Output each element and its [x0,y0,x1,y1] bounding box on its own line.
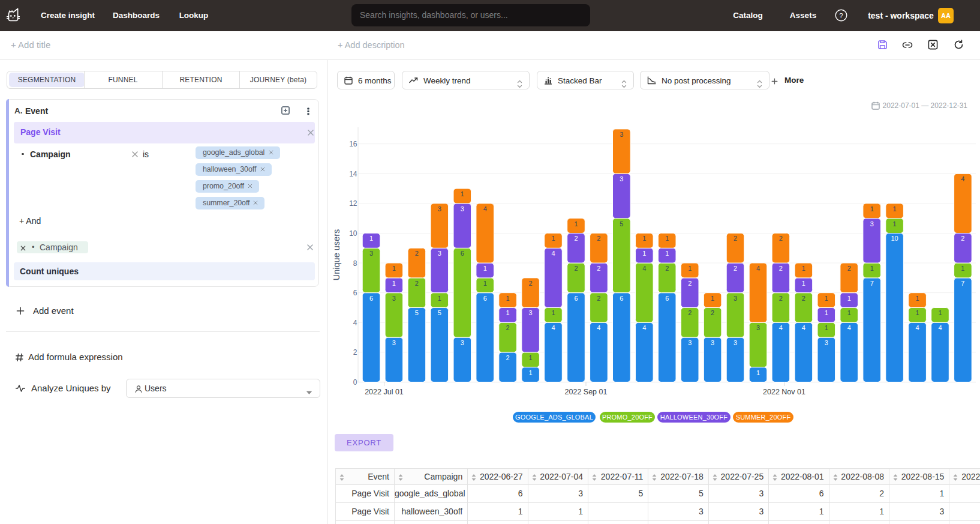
svg-text:3: 3 [461,339,464,346]
svg-text:2: 2 [961,235,964,242]
svg-text:5: 5 [438,309,441,316]
svg-text:4: 4 [756,265,760,272]
svg-text:1: 1 [825,324,828,331]
svg-text:1: 1 [392,280,396,287]
svg-text:6: 6 [665,295,669,302]
svg-text:3: 3 [461,205,464,212]
svg-text:7: 7 [870,280,874,287]
svg-text:6: 6 [620,295,623,302]
svg-text:8: 8 [353,259,357,268]
svg-text:12: 12 [349,199,357,208]
svg-text:2: 2 [574,265,578,272]
svg-text:4: 4 [847,324,851,331]
svg-text:4: 4 [483,205,487,212]
svg-text:1: 1 [461,190,464,197]
svg-text:1: 1 [938,309,942,316]
svg-text:3: 3 [392,295,396,302]
svg-text:1: 1 [847,309,851,316]
svg-text:3: 3 [438,250,441,257]
svg-text:2: 2 [779,295,783,302]
svg-text:1: 1 [756,369,760,376]
svg-text:1: 1 [802,265,805,272]
svg-text:?: ? [839,12,843,19]
svg-text:1: 1 [665,250,669,257]
svg-text:1: 1 [483,265,487,272]
svg-text:1: 1 [642,235,646,242]
svg-text:5: 5 [620,220,623,227]
svg-text:2: 2 [734,235,737,242]
svg-text:1: 1 [893,220,897,227]
svg-text:2: 2 [597,265,600,272]
svg-text:3: 3 [688,339,692,346]
svg-text:1: 1 [551,235,555,242]
svg-text:1: 1 [847,295,851,302]
svg-text:1: 1 [893,205,897,212]
svg-text:2: 2 [415,250,419,257]
svg-text:1: 1 [551,309,555,316]
svg-text:3: 3 [392,339,396,346]
svg-text:4: 4 [353,319,357,327]
svg-text:3: 3 [620,131,623,138]
svg-text:3: 3 [870,220,874,227]
svg-text:0: 0 [353,378,357,387]
svg-text:2: 2 [847,265,851,272]
svg-text:4: 4 [961,175,964,182]
svg-text:10: 10 [349,229,357,238]
svg-text:1: 1 [688,265,692,272]
svg-text:Unique users: Unique users [332,229,341,280]
svg-text:2: 2 [529,280,533,287]
svg-text:3: 3 [825,339,828,346]
svg-text:3: 3 [620,175,623,182]
svg-text:4: 4 [938,324,942,331]
svg-text:4: 4 [779,324,783,331]
svg-text:7: 7 [961,280,964,287]
svg-text:6: 6 [461,250,464,257]
svg-text:3: 3 [369,250,373,257]
svg-text:1: 1 [916,309,919,316]
svg-text:1: 1 [870,265,874,272]
svg-text:1: 1 [369,235,373,242]
svg-text:5: 5 [415,309,419,316]
svg-text:1: 1 [642,250,646,257]
svg-text:1: 1 [529,369,533,376]
svg-text:2: 2 [779,235,783,242]
svg-text:2: 2 [779,265,783,272]
svg-text:4: 4 [802,324,805,331]
svg-text:4: 4 [597,324,600,331]
svg-text:2022 Nov 01: 2022 Nov 01 [763,388,805,396]
svg-text:6: 6 [483,295,487,302]
svg-text:4: 4 [551,324,555,331]
svg-text:2: 2 [734,265,737,272]
svg-text:1: 1 [825,309,828,316]
svg-text:1: 1 [916,295,919,302]
svg-text:3: 3 [734,339,737,346]
svg-text:4: 4 [916,324,919,331]
svg-text:2: 2 [688,309,692,316]
svg-text:2022 Jul 01: 2022 Jul 01 [365,388,404,396]
svg-text:16: 16 [349,140,357,148]
svg-text:2022 Sep 01: 2022 Sep 01 [565,388,608,396]
svg-text:3: 3 [529,309,533,316]
svg-text:4: 4 [642,265,646,272]
svg-text:1: 1 [483,280,487,287]
svg-text:3: 3 [756,324,760,331]
svg-text:1: 1 [961,265,964,272]
svg-text:10: 10 [891,235,898,242]
svg-text:2: 2 [665,265,669,272]
svg-text:6: 6 [353,289,357,297]
svg-text:1: 1 [711,295,714,302]
svg-text:3: 3 [438,205,441,212]
svg-text:2: 2 [506,324,510,331]
svg-text:1: 1 [506,309,510,316]
svg-text:2: 2 [688,280,692,287]
svg-text:1: 1 [802,280,805,287]
svg-text:1: 1 [392,265,396,272]
svg-text:2: 2 [353,348,357,357]
svg-text:3: 3 [734,295,737,302]
svg-text:2: 2 [597,235,600,242]
svg-text:1: 1 [506,295,510,302]
svg-text:4: 4 [642,324,646,331]
svg-text:14: 14 [349,170,357,178]
svg-text:2: 2 [574,235,578,242]
svg-text:2: 2 [597,295,600,302]
